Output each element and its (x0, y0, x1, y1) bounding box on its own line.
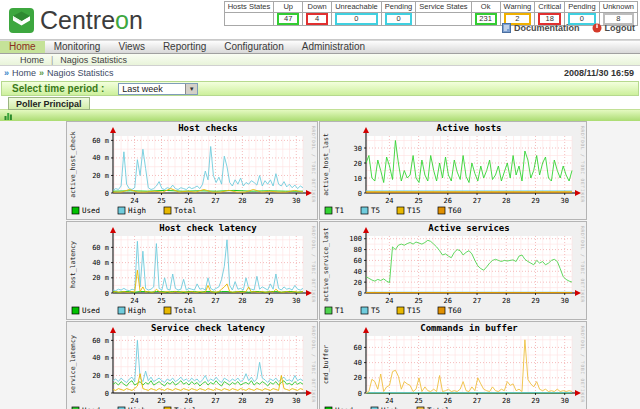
svg-text:26: 26 (444, 397, 452, 405)
svg-text:60: 60 (354, 257, 362, 265)
states-cell-empty (416, 13, 471, 26)
svg-text:Host check latency: Host check latency (159, 223, 257, 233)
svg-text:28: 28 (238, 297, 246, 305)
svg-text:30: 30 (354, 145, 362, 153)
breadcrumb-link-nagios-statistics[interactable]: Nagios Statistics (47, 68, 114, 78)
menu-item-home[interactable]: Home (0, 41, 45, 53)
states-cell-ok: 231 (471, 13, 500, 26)
submenu-separator: | (51, 55, 53, 65)
svg-text:27: 27 (473, 297, 481, 305)
svg-text:24: 24 (130, 397, 138, 405)
chart-panel-active-services: 02040608010024252627282930active_service… (319, 221, 587, 320)
chart-panel-host-checks: 020 m40 m60 m24252627282930active_host_c… (66, 121, 318, 220)
svg-text:60 m: 60 m (92, 244, 109, 252)
svg-text:Commands in buffer: Commands in buffer (420, 323, 518, 333)
svg-text:T1: T1 (335, 306, 344, 315)
centreon-logo[interactable]: Centreon (8, 6, 143, 35)
menu-item-administration[interactable]: Administration (293, 41, 374, 53)
svg-text:24: 24 (385, 397, 393, 405)
states-value-ok[interactable]: 231 (475, 13, 497, 25)
svg-text:RRDTOOL / TOBI OETIKER: RRDTOOL / TOBI OETIKER (580, 226, 585, 303)
header-links: Documentation Logout (502, 23, 635, 33)
graph-icon[interactable] (4, 111, 13, 120)
time-period-value: Last week (119, 84, 185, 94)
menu-item-monitoring[interactable]: Monitoring (45, 41, 110, 53)
svg-text:Active services: Active services (428, 223, 509, 233)
svg-text:26: 26 (444, 197, 452, 205)
svg-text:service_latency: service_latency (69, 335, 77, 394)
centreon-app: Centreon Hosts StatesUpDownUnreachablePe… (0, 0, 640, 409)
svg-text:T15: T15 (407, 206, 421, 215)
submenu-item-nagios-statistics[interactable]: Nagios Statistics (60, 55, 127, 65)
svg-text:60 m: 60 m (92, 137, 109, 145)
svg-text:RRDTOOL / TOBI OETIKER: RRDTOOL / TOBI OETIKER (311, 126, 316, 203)
svg-text:25: 25 (157, 397, 165, 405)
svg-text:29: 29 (265, 197, 273, 205)
svg-text:RRDTOOL / TOBI OETIKER: RRDTOOL / TOBI OETIKER (580, 326, 585, 403)
svg-text:RRDTOOL / TOBI OETIKER: RRDTOOL / TOBI OETIKER (311, 326, 316, 403)
svg-text:active_service_last: active_service_last (322, 227, 330, 301)
svg-text:27: 27 (473, 197, 481, 205)
svg-text:26: 26 (184, 397, 192, 405)
svg-text:host_latency: host_latency (69, 241, 77, 288)
chart-panel-host-check-latency: 020 m40 m60 m24252627282930host_latencyH… (66, 221, 318, 320)
svg-text:26: 26 (444, 297, 452, 305)
breadcrumb-link-home[interactable]: Home (12, 68, 36, 78)
svg-text:27: 27 (211, 297, 219, 305)
menu-item-views[interactable]: Views (109, 41, 154, 53)
svg-text:active_host_last: active_host_last (322, 133, 330, 196)
breadcrumb-arrow-icon: » (4, 68, 9, 78)
rrd-graph-commands-in-buffer: 020406024252627282930cmd_bufferCommands … (320, 322, 586, 409)
svg-text:RRDTOOL / TOBI OETIKER: RRDTOOL / TOBI OETIKER (311, 226, 316, 303)
svg-text:40 m: 40 m (92, 259, 109, 267)
svg-text:25: 25 (414, 397, 422, 405)
states-header-up: Up (274, 2, 303, 13)
svg-text:20 m: 20 m (92, 274, 109, 282)
states-header-hosts-states: Hosts States (224, 2, 274, 13)
menu-item-configuration[interactable]: Configuration (215, 41, 292, 53)
documentation-link[interactable]: Documentation (502, 23, 580, 33)
select-dropdown-arrow-icon[interactable]: ▼ (185, 84, 197, 94)
svg-text:27: 27 (211, 397, 219, 405)
states-header-ok: Ok (471, 2, 500, 13)
svg-text:24: 24 (130, 197, 138, 205)
svg-text:active_host_check: active_host_check (69, 131, 77, 198)
states-value-unreachable[interactable]: 0 (335, 13, 378, 25)
submenu-item-home[interactable]: Home (20, 55, 44, 65)
states-header-warning: Warning (500, 2, 535, 13)
svg-text:Host checks: Host checks (178, 123, 238, 133)
svg-text:25: 25 (157, 297, 165, 305)
svg-text:0: 0 (105, 290, 109, 298)
svg-text:24: 24 (130, 297, 138, 305)
states-cell-down: 4 (303, 13, 332, 26)
states-value-pending[interactable]: 0 (385, 13, 413, 25)
svg-text:20: 20 (354, 160, 362, 168)
svg-text:29: 29 (265, 397, 273, 405)
tab-poller-principal[interactable]: Poller Principal (8, 97, 90, 110)
svg-text:Used: Used (82, 206, 100, 215)
breadcrumb-arrow-icon: » (39, 68, 44, 78)
svg-text:25: 25 (414, 197, 422, 205)
time-period-label: Select time period : (12, 83, 104, 94)
rrd-graph-service-check-latency: 020 m40 m60 m24252627282930service_laten… (67, 322, 317, 409)
svg-text:30: 30 (560, 197, 568, 205)
time-period-select[interactable]: Last week ▼ (118, 83, 198, 95)
logout-link[interactable]: Logout (592, 23, 636, 33)
svg-text:28: 28 (238, 397, 246, 405)
svg-text:10: 10 (354, 175, 362, 183)
svg-text:27: 27 (473, 397, 481, 405)
states-value-up[interactable]: 47 (277, 13, 299, 25)
states-value-down[interactable]: 4 (306, 13, 328, 25)
rrd-graph-active-services: 02040608010024252627282930active_service… (320, 222, 586, 319)
states-header-unknown: Unknown (599, 2, 637, 13)
menu-item-reporting[interactable]: Reporting (154, 41, 215, 53)
svg-text:26: 26 (184, 297, 192, 305)
svg-text:20: 20 (354, 279, 362, 287)
svg-text:T60: T60 (448, 206, 462, 215)
documentation-label: Documentation (514, 23, 580, 33)
svg-text:29: 29 (265, 297, 273, 305)
main-menu: HomeMonitoringViewsReportingConfiguratio… (0, 40, 640, 54)
svg-text:T1: T1 (335, 206, 344, 215)
svg-text:29: 29 (531, 197, 539, 205)
svg-text:28: 28 (502, 297, 510, 305)
